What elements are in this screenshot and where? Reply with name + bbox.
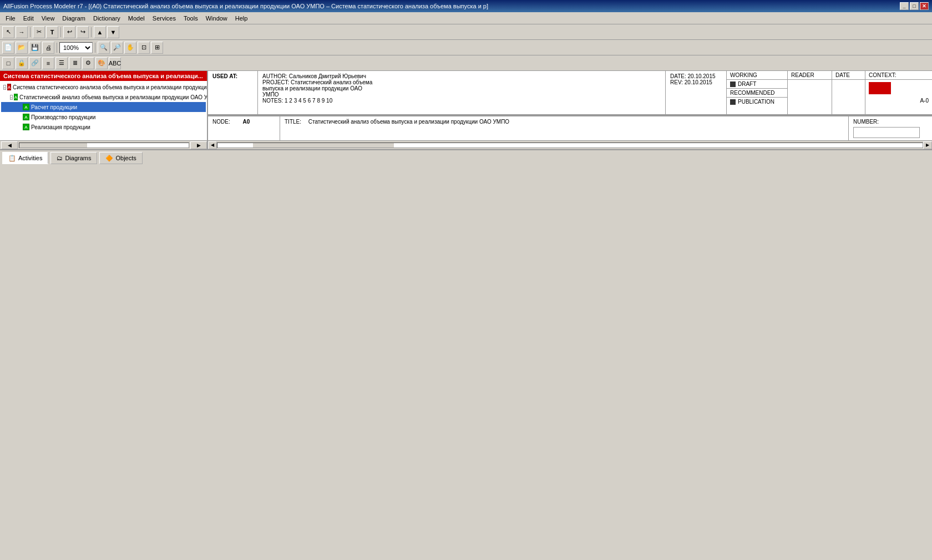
tb-prop[interactable]: ⚙ <box>82 57 94 69</box>
menu-model[interactable]: Model <box>125 14 148 23</box>
tb-save[interactable]: 💾 <box>29 42 41 54</box>
header-status: WORKING DRAFT RECOMMENDED PUBLICATION <box>727 71 788 114</box>
tb-arrow[interactable]: → <box>16 26 28 38</box>
menu-dictionary[interactable]: Dictionary <box>90 14 124 23</box>
tb-color[interactable]: 🎨 <box>95 57 108 69</box>
menu-edit[interactable]: Edit <box>20 14 37 23</box>
title-text: AllFusion Process Modeler r7 - [(A0) Ста… <box>3 3 488 9</box>
zoom-select[interactable]: 100% 75% 50% 150% <box>59 42 93 53</box>
tab-activities-icon: 📋 <box>8 155 16 162</box>
close-button[interactable]: ✕ <box>920 2 929 10</box>
expand-level2[interactable]: - <box>10 95 13 100</box>
header-draft-row: DRAFT <box>727 80 787 89</box>
tb-cut[interactable]: ✂ <box>33 26 45 38</box>
draft-indicator <box>730 82 736 87</box>
toolbar-1: ↖ → ✂ T ↩ ↪ ▲ ▼ <box>0 24 932 40</box>
menu-diagram[interactable]: Diagram <box>59 14 89 23</box>
menu-window[interactable]: Window <box>202 14 231 23</box>
toolbar-3: □ 🔒 🔗 ≡ ☰ ≣ ⚙ 🎨 ABC <box>0 55 932 71</box>
tb-align1[interactable]: ≡ <box>42 57 54 69</box>
tb-select[interactable]: ↖ <box>2 26 14 38</box>
tb-up[interactable]: ▲ <box>94 26 106 38</box>
tab-diagrams[interactable]: 🗂 Diagrams <box>50 152 97 164</box>
header-author: AUTHOR: Сальников Дмитрий Юрьевич <box>262 73 661 79</box>
header-rev: REV: 20.10.2015 <box>670 79 722 85</box>
header-working: WORKING <box>727 71 787 80</box>
menu-view[interactable]: View <box>38 14 58 23</box>
tree-item-level2[interactable]: - A Статистический анализ объема выпуска… <box>1 92 206 102</box>
node-num: A-0 <box>865 96 932 105</box>
right-panel: USED AT: AUTHOR: Сальников Дмитрий Юрьев… <box>208 71 932 149</box>
tree-item-root[interactable]: - A Система статистического анализа объе… <box>1 82 206 92</box>
header-publication-row: PUBLICATION <box>727 98 787 106</box>
reader-label: READER <box>788 71 832 80</box>
header-date: DATE: 20.10.2015 <box>670 73 722 79</box>
tree-label-realizacia: Реализация продукции <box>31 124 90 130</box>
tb-lock[interactable]: 🔒 <box>16 57 28 69</box>
tb-print[interactable]: 🖨 <box>42 42 54 54</box>
tree-item-proizv[interactable]: A Производство продукции <box>1 112 206 122</box>
tb-down[interactable]: ▼ <box>107 26 119 38</box>
menu-help[interactable]: Help <box>232 14 251 23</box>
tree-item-raschet[interactable]: A Расчет продукции <box>1 102 206 112</box>
left-panel-title: Система статистического анализа объема в… <box>3 73 203 79</box>
footer-node: NODE: A0 <box>208 116 280 140</box>
hscroll-left[interactable]: ◀ <box>208 141 217 149</box>
tab-diagrams-icon: 🗂 <box>57 155 63 161</box>
left-panel-header: Система статистического анализа объема в… <box>0 71 207 81</box>
footer-node-label: NODE: <box>212 119 230 125</box>
tb-new[interactable]: 📄 <box>2 42 14 54</box>
menu-file[interactable]: File <box>2 14 19 23</box>
tab-activities[interactable]: 📋 Activities <box>2 152 48 164</box>
header-date2: DATE <box>832 71 865 114</box>
tab-objects-icon: 🔶 <box>105 155 113 162</box>
icon-level2: A <box>14 94 18 100</box>
hscroll-bar[interactable] <box>217 142 923 148</box>
menu-tools[interactable]: Tools <box>180 14 201 23</box>
idef-footer: NODE: A0 TITLE: Статистический анализ об… <box>208 115 932 140</box>
tab-activities-label: Activities <box>18 155 42 161</box>
tb-link[interactable]: 🔗 <box>29 57 41 69</box>
tb-spell[interactable]: ABC <box>109 57 121 69</box>
tb-box1[interactable]: □ <box>2 57 14 69</box>
tb-fit[interactable]: ⊡ <box>138 42 150 54</box>
title-bar: AllFusion Process Modeler r7 - [(A0) Ста… <box>0 0 932 12</box>
expand-root[interactable]: - <box>3 85 6 90</box>
content-area: Система статистического анализа объема в… <box>0 71 932 149</box>
tb-text[interactable]: T <box>46 26 58 38</box>
icon-raschet: A <box>23 104 29 110</box>
tree-area[interactable]: - A Система статистического анализа объе… <box>0 81 207 140</box>
minimize-button[interactable]: _ <box>900 2 909 10</box>
icon-root: A <box>7 84 11 90</box>
icon-realizacia: A <box>23 124 29 130</box>
tree-item-realizacia[interactable]: A Реализация продукции <box>1 122 206 132</box>
tree-label-proizv: Производство продукции <box>31 114 95 120</box>
header-reader: READER <box>788 71 832 114</box>
context-value <box>865 80 932 96</box>
tab-objects[interactable]: 🔶 Objects <box>99 152 142 164</box>
tb-grid[interactable]: ⊞ <box>151 42 163 54</box>
header-recommended: RECOMMENDED <box>727 89 787 98</box>
tb-redo[interactable]: ↪ <box>77 26 89 38</box>
reader-value <box>788 80 832 114</box>
tb-zoom-out[interactable]: 🔎 <box>111 42 123 54</box>
tb-align2[interactable]: ☰ <box>55 57 68 69</box>
tree-label-root: Система статистического анализа объема в… <box>13 84 207 90</box>
header-project2: выпуска и реализации продукции ОАО <box>262 85 661 91</box>
tb-zoom-in[interactable]: 🔍 <box>98 42 110 54</box>
left-panel: Система статистического анализа объема в… <box>0 71 208 149</box>
menu-services[interactable]: Services <box>149 14 179 23</box>
diagram-hscroll[interactable]: ◀ ▶ <box>208 140 932 149</box>
used-at-label: USED AT: <box>208 71 258 114</box>
scroll-left-btn[interactable]: ◀ <box>1 141 18 149</box>
hscroll-right[interactable]: ▶ <box>923 141 932 149</box>
tb-hand[interactable]: ✋ <box>124 42 136 54</box>
publication-indicator <box>730 99 736 105</box>
tb-open[interactable]: 📂 <box>16 42 28 54</box>
tb-align3[interactable]: ≣ <box>69 57 81 69</box>
tree-hscroll[interactable]: ◀ ▶ <box>0 140 207 149</box>
maximize-button[interactable]: □ <box>910 2 919 10</box>
tb-undo[interactable]: ↩ <box>63 26 75 38</box>
scroll-right-btn[interactable]: ▶ <box>190 141 207 149</box>
hscroll-track[interactable] <box>19 142 189 148</box>
